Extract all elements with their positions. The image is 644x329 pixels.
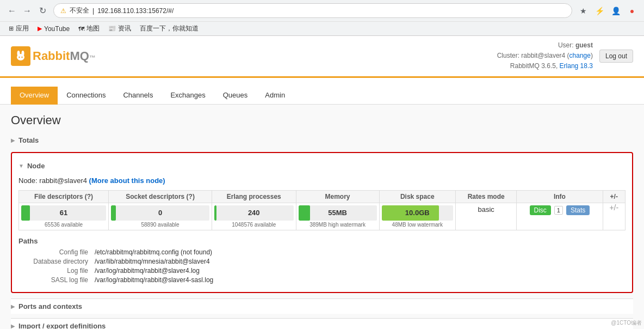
memory-value: 55MB (299, 205, 377, 221)
profile-button[interactable]: 👤 (609, 4, 622, 17)
th-plus-minus[interactable]: +/- (603, 190, 625, 203)
maps-icon: 🗺 (78, 26, 84, 32)
node-details-link[interactable]: (More about this node) (89, 176, 165, 185)
nav-item-overview[interactable]: Overview (11, 87, 58, 105)
erlang-sub: 1048576 available (213, 222, 295, 229)
totals-section-header[interactable]: ▶ Totals (11, 134, 633, 147)
totals-section-title: Totals (18, 136, 39, 144)
path-config-label: Config file (18, 248, 95, 256)
app-header: RabbitMQ™ User: guest Cluster: rabbit@sl… (0, 36, 644, 77)
fd-cell: 61 65536 available (19, 203, 109, 230)
disc-button[interactable]: Disc (530, 205, 551, 215)
ports-section-title: Ports and contexts (18, 302, 82, 310)
nav-item-admin[interactable]: Admin (256, 87, 294, 105)
apps-icon: ⊞ (9, 25, 14, 32)
header-right: User: guest Cluster: rabbit@slaver4 (cha… (497, 40, 633, 72)
svg-point-4 (21, 57, 22, 58)
path-config-value: /etc/rabbitmq/rabbitmq.config (not found… (95, 248, 212, 256)
rates-cell: basic (456, 203, 517, 230)
node-section-title: Node (27, 162, 45, 170)
node-metrics-table: File descriptors (?) Socket descriptors … (18, 190, 626, 230)
nav-item-exchanges[interactable]: Exchanges (162, 87, 214, 105)
address-text: | (92, 7, 94, 15)
logo-icon (11, 46, 30, 66)
svg-point-3 (18, 57, 20, 58)
user-label: User: (558, 41, 574, 49)
bookmark-youtube-label: YouTube (44, 25, 70, 33)
path-sasl-row: SASL log file /var/log/rabbitmq/rabbit@s… (18, 276, 626, 284)
disk-sub: 48MB low watermark (381, 222, 454, 229)
plus-minus-icon[interactable]: +/- (609, 203, 618, 212)
bookmark-star-button[interactable]: ★ (577, 4, 590, 17)
info-buttons: Disc 1 Stats (517, 203, 602, 217)
reload-button[interactable]: ↻ (36, 4, 49, 17)
path-db-label: Database directory (18, 258, 95, 265)
forward-button[interactable]: → (21, 4, 34, 17)
ports-arrow-icon: ▶ (11, 303, 15, 309)
user-info: User: guest (497, 40, 593, 51)
url-text: 192.168.110.133:15672/#/ (97, 7, 174, 15)
change-link[interactable]: change (569, 52, 591, 59)
browser-actions: ★ ⚡ 👤 ● (577, 4, 639, 17)
node-arrow-icon: ▼ (18, 163, 24, 169)
totals-section: ▶ Totals (11, 134, 633, 147)
logo-area: RabbitMQ™ (11, 46, 96, 66)
extensions-button[interactable]: ⚡ (593, 4, 606, 17)
th-memory: Memory (296, 190, 379, 203)
socket-cell: 0 58890 available (109, 203, 212, 230)
copyright-watermark: @1CTO编者 (611, 319, 642, 327)
bookmark-baidu[interactable]: 百度一下，你就知道 (137, 23, 202, 34)
stats-button[interactable]: Stats (566, 205, 590, 215)
paths-section: Paths Config file /etc/rabbitmq/rabbitmq… (18, 237, 626, 284)
cluster-label: Cluster: (497, 52, 519, 59)
ports-section: ▶ Ports and contexts (11, 298, 633, 314)
path-log-label: Log file (18, 267, 95, 275)
rabbitmq-version: RabbitMQ 3.6.5, (510, 62, 558, 70)
user-name: guest (575, 41, 593, 49)
plus-minus-cell[interactable]: +/- (603, 203, 625, 230)
bookmark-apps[interactable]: ⊞ 应用 (5, 23, 32, 34)
header-divider (0, 77, 644, 78)
bookmark-news[interactable]: 📰 资讯 (105, 23, 134, 34)
address-bar[interactable]: ⚠ 不安全 | 192.168.110.133:15672/#/ (53, 3, 572, 18)
memory-cell: 55MB 389MB high watermark (296, 203, 379, 230)
path-log-row: Log file /var/log/rabbitmq/rabbit@slaver… (18, 267, 626, 275)
memory-sub: 389MB high watermark (298, 222, 378, 229)
back-button[interactable]: ← (5, 4, 18, 17)
bookmark-maps[interactable]: 🗺 地图 (75, 23, 103, 34)
svg-point-2 (22, 51, 24, 56)
main-content: Overview ▶ Totals ▼ Node Node: rabbit@sl… (0, 105, 644, 329)
erlang-link[interactable]: Erlang 18.3 (560, 62, 593, 70)
security-label: 不安全 (70, 6, 89, 15)
youtube-icon: ▶ (38, 25, 42, 32)
nav-item-channels[interactable]: Channels (114, 87, 162, 105)
logo: RabbitMQ™ (11, 46, 96, 66)
nav-item-queues[interactable]: Queues (214, 87, 257, 105)
socket-value: 0 (111, 205, 209, 221)
import-section: ▶ Import / export definitions (11, 318, 633, 329)
path-db-value: /var/lib/rabbitmq/mnesia/rabbit@slaver4 (95, 258, 210, 265)
node-section-header[interactable]: ▼ Node (18, 160, 626, 172)
disc-count-badge: 1 (554, 206, 563, 215)
news-icon: 📰 (108, 25, 116, 32)
node-info-line: Node: rabbit@slaver4 (More about this no… (18, 176, 626, 185)
logout-button[interactable]: Log out (599, 50, 633, 63)
disk-value: 10.0GB (382, 205, 453, 221)
nav-item-connections[interactable]: Connections (58, 87, 114, 105)
disk-cell: 10.0GB 48MB low watermark (379, 203, 455, 230)
fd-sub: 65536 available (20, 222, 107, 229)
app-container: RabbitMQ™ User: guest Cluster: rabbit@sl… (0, 36, 644, 329)
bookmark-youtube[interactable]: ▶ YouTube (34, 24, 73, 34)
import-section-header[interactable]: ▶ Import / export definitions (11, 318, 633, 329)
info-cell: Disc 1 Stats (517, 203, 603, 230)
path-sasl-label: SASL log file (18, 276, 95, 284)
th-file-descriptors: File descriptors (?) (19, 190, 109, 203)
browser-toolbar: ← → ↻ ⚠ 不安全 | 192.168.110.133:15672/#/ ★… (0, 0, 644, 21)
menu-button[interactable]: ● (626, 4, 639, 17)
cluster-info: Cluster: rabbit@slaver4 (change) (497, 51, 593, 61)
node-name: rabbit@slaver4 (39, 176, 87, 185)
header-info: User: guest Cluster: rabbit@slaver4 (cha… (497, 40, 593, 72)
logo-text: RabbitMQ™ (33, 49, 96, 63)
ports-section-header[interactable]: ▶ Ports and contexts (11, 298, 633, 314)
rabbit-icon (14, 50, 27, 63)
